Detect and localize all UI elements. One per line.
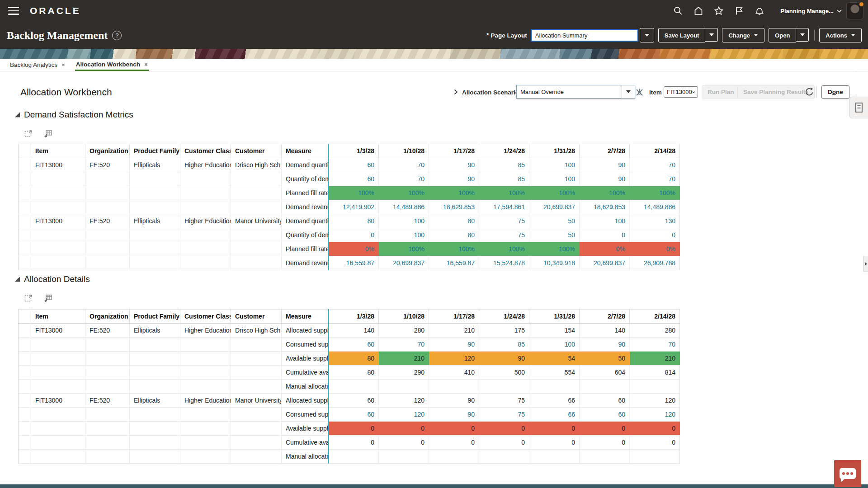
cell-value[interactable]: 0 (630, 422, 680, 436)
cell-value[interactable]: 290 (379, 366, 429, 380)
cell-value[interactable]: 70 (379, 338, 429, 352)
date-column-header[interactable]: 2/7/28 (580, 144, 630, 158)
cell-value[interactable]: 100% (529, 242, 580, 256)
notes-panel-toggle[interactable] (849, 97, 868, 118)
cell-value[interactable]: 280 (379, 324, 429, 338)
cell-value[interactable]: 70 (630, 338, 680, 352)
cell-value[interactable]: 100% (379, 186, 429, 200)
cell-value[interactable]: 100% (379, 242, 429, 256)
cell-value[interactable]: 60 (329, 172, 379, 186)
tab-backlog-analytics[interactable]: Backlog Analytics × (9, 59, 66, 71)
done-button[interactable]: Done (821, 85, 849, 99)
cell-value[interactable] (580, 380, 630, 394)
cell-value[interactable]: 75 (479, 394, 529, 408)
splitter-collapse-handle[interactable] (863, 256, 868, 272)
cell-value[interactable]: 0 (630, 228, 680, 242)
row-selector[interactable] (19, 450, 31, 464)
date-column-header[interactable]: 2/14/28 (630, 310, 680, 324)
cell-value[interactable]: 18,629.853 (580, 200, 630, 214)
row-selector[interactable] (19, 172, 31, 186)
cell-value[interactable]: 410 (429, 366, 479, 380)
cell-value[interactable]: 90 (479, 352, 529, 366)
change-button[interactable]: Change (722, 28, 764, 42)
cell-value[interactable]: 140 (580, 324, 630, 338)
cell-value[interactable]: 50 (529, 228, 580, 242)
help-icon[interactable]: ? (112, 31, 122, 40)
cell-value[interactable] (379, 380, 429, 394)
cell-value[interactable]: 75 (479, 214, 529, 228)
cell-value[interactable]: 54 (529, 352, 580, 366)
cell-value[interactable]: 80 (429, 228, 479, 242)
cell-value[interactable]: 130 (630, 214, 680, 228)
cell-value[interactable] (329, 450, 379, 464)
cell-value[interactable]: 14,489.886 (379, 200, 429, 214)
flag-icon[interactable] (733, 5, 745, 17)
cell-value[interactable]: 90 (580, 338, 630, 352)
cell-value[interactable]: 80 (329, 352, 379, 366)
cell-value[interactable]: 17,594.861 (479, 200, 529, 214)
date-column-header[interactable]: 2/14/28 (630, 144, 680, 158)
column-header[interactable]: Organization (85, 144, 130, 158)
cell-value[interactable]: 80 (429, 214, 479, 228)
column-header[interactable]: Customer Class (180, 310, 231, 324)
cell-value[interactable]: 75 (479, 228, 529, 242)
select-all-cell[interactable] (19, 144, 31, 158)
cell-value[interactable]: 0 (379, 422, 429, 436)
cell-value[interactable] (379, 450, 429, 464)
cell-value[interactable]: 100 (529, 158, 580, 172)
cell-value[interactable]: 0 (329, 436, 379, 450)
row-selector[interactable] (19, 158, 31, 172)
cell-value[interactable]: 66 (529, 408, 580, 422)
cell-value[interactable]: 0 (580, 422, 630, 436)
scenario-compare-icon[interactable] (635, 88, 644, 97)
cell-value[interactable]: 14,489.886 (630, 200, 680, 214)
cell-value[interactable]: 15,524.878 (479, 256, 529, 270)
cell-value[interactable]: 0% (580, 242, 630, 256)
row-selector[interactable] (19, 422, 31, 436)
cell-value[interactable]: 120 (429, 352, 479, 366)
tab-allocation-workbench[interactable]: Allocation Workbench × (75, 59, 149, 71)
open-button[interactable]: Open (769, 28, 796, 42)
row-selector[interactable] (19, 338, 31, 352)
cell-value[interactable] (479, 380, 529, 394)
cell-value[interactable]: 0 (329, 422, 379, 436)
cell-value[interactable]: 100% (429, 186, 479, 200)
cell-value[interactable] (529, 380, 580, 394)
column-header[interactable]: Customer Class (180, 144, 231, 158)
column-header[interactable]: Product Family (130, 310, 180, 324)
row-selector[interactable] (19, 408, 31, 422)
cell-value[interactable] (630, 380, 680, 394)
cell-value[interactable]: 85 (479, 158, 529, 172)
cell-value[interactable]: 0 (630, 436, 680, 450)
page-layout-dropdown-button[interactable] (640, 28, 654, 42)
cell-value[interactable]: 90 (580, 158, 630, 172)
cell-value[interactable]: 100% (479, 242, 529, 256)
cell-value[interactable]: 280 (630, 324, 680, 338)
search-icon[interactable] (672, 5, 684, 17)
actions-button[interactable]: Actions (819, 28, 862, 42)
cell-value[interactable]: 66 (529, 394, 580, 408)
date-column-header[interactable]: 1/10/28 (379, 144, 429, 158)
cell-value[interactable]: 100% (529, 186, 580, 200)
column-header[interactable]: Customer (231, 310, 282, 324)
collapse-triangle-icon[interactable] (15, 113, 20, 117)
date-column-header[interactable]: 1/10/28 (379, 310, 429, 324)
column-header[interactable]: Item (31, 310, 85, 324)
cell-value[interactable]: 70 (630, 158, 680, 172)
cell-value[interactable] (329, 380, 379, 394)
cell-value[interactable] (529, 450, 580, 464)
select-all-cell[interactable] (19, 310, 31, 324)
cell-value[interactable]: 500 (479, 366, 529, 380)
cell-value[interactable]: 75 (479, 408, 529, 422)
row-selector[interactable] (19, 228, 31, 242)
cell-value[interactable]: 814 (630, 366, 680, 380)
save-planning-results-button[interactable]: Save Planning Results (737, 85, 815, 99)
undo-icon[interactable] (804, 87, 814, 97)
cell-value[interactable]: 16,559.87 (429, 256, 479, 270)
cell-value[interactable]: 100% (580, 186, 630, 200)
cell-value[interactable]: 50 (529, 214, 580, 228)
cell-value[interactable]: 120 (630, 394, 680, 408)
cell-value[interactable]: 0 (580, 228, 630, 242)
row-selector[interactable] (19, 352, 31, 366)
cell-value[interactable]: 60 (329, 394, 379, 408)
